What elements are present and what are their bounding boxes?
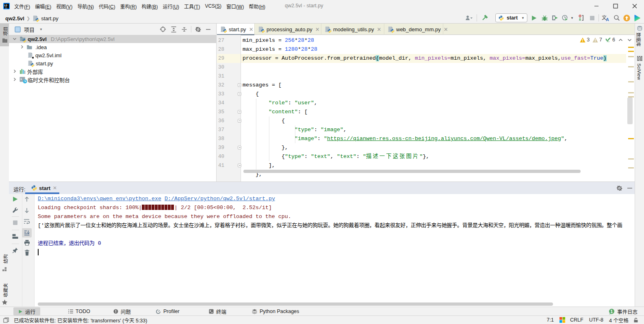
- svg-text:A: A: [606, 17, 609, 22]
- svg-text:1: 1: [610, 309, 613, 314]
